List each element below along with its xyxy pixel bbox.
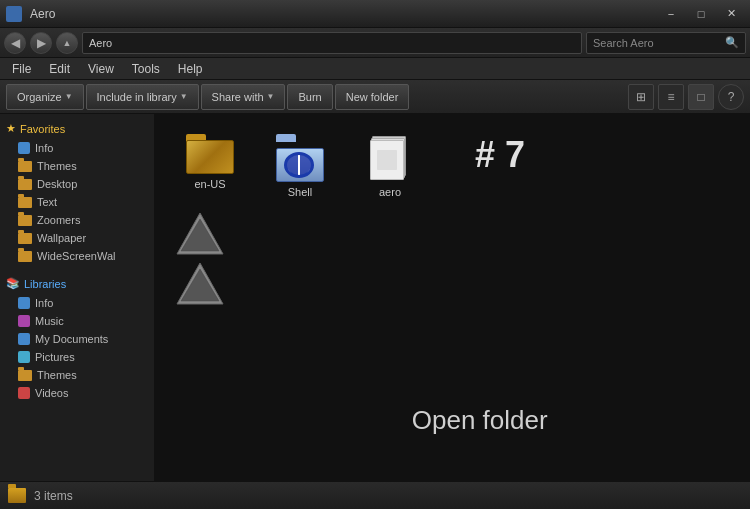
shell-folder-icon xyxy=(276,134,324,182)
main-layout: ★ Favorites Info Themes Desktop Text Zoo… xyxy=(0,114,750,481)
open-folder-area: Open folder xyxy=(412,405,548,436)
menu-edit[interactable]: Edit xyxy=(41,60,78,78)
sidebar-item-text-label: Text xyxy=(37,196,57,208)
status-item-count: 3 items xyxy=(34,489,73,503)
library-icon: 📚 xyxy=(6,277,20,290)
open-folder-label: Open folder xyxy=(412,405,548,435)
en-us-folder-icon xyxy=(186,134,234,174)
favorites-header[interactable]: ★ Favorites xyxy=(0,118,154,139)
en-us-label: en-US xyxy=(194,178,225,190)
svg-marker-1 xyxy=(181,219,219,251)
organize-dropdown-icon: ▼ xyxy=(65,92,73,101)
address-bar[interactable]: Aero xyxy=(82,32,582,54)
help-button[interactable]: ? xyxy=(718,84,744,110)
search-icon: 🔍 xyxy=(725,36,739,49)
libraries-header[interactable]: 📚 Libraries xyxy=(0,273,154,294)
menu-file[interactable]: File xyxy=(4,60,39,78)
view-large-icons-button[interactable]: ⊞ xyxy=(628,84,654,110)
search-placeholder: Search Aero xyxy=(593,37,654,49)
library-item-pictures-label: Pictures xyxy=(35,351,75,363)
svg-marker-3 xyxy=(181,269,219,301)
file-item-en-us[interactable]: en-US xyxy=(175,134,245,190)
organize-button[interactable]: Organize ▼ xyxy=(6,84,84,110)
folder-icon xyxy=(18,161,32,172)
shell-label: Shell xyxy=(288,186,312,198)
files-row: en-US Shell xyxy=(165,124,740,208)
sidebar-item-themes[interactable]: Themes xyxy=(0,157,154,175)
address-value: Aero xyxy=(89,37,112,49)
search-bar[interactable]: Search Aero 🔍 xyxy=(586,32,746,54)
share-dropdown-icon: ▼ xyxy=(267,92,275,101)
library-item-pictures[interactable]: Pictures xyxy=(0,348,154,366)
close-button[interactable]: ✕ xyxy=(718,5,744,23)
status-bar: 3 items xyxy=(0,481,750,509)
folder-icon xyxy=(18,179,32,190)
app-icon xyxy=(6,6,22,22)
view-preview-button[interactable]: □ xyxy=(688,84,714,110)
libraries-label: Libraries xyxy=(24,278,66,290)
folder-icon xyxy=(18,233,32,244)
library-item-videos[interactable]: Videos xyxy=(0,384,154,402)
include-in-library-button[interactable]: Include in library ▼ xyxy=(86,84,199,110)
content-area: en-US Shell xyxy=(155,114,750,481)
sidebar-item-desktop[interactable]: Desktop xyxy=(0,175,154,193)
window-title: Aero xyxy=(26,7,656,21)
menu-view[interactable]: View xyxy=(80,60,122,78)
pictures-icon xyxy=(18,351,30,363)
library-item-videos-label: Videos xyxy=(35,387,68,399)
forward-button[interactable]: ▶ xyxy=(30,32,52,54)
nav-bar: ◀ ▶ ▲ Aero Search Aero 🔍 xyxy=(0,28,750,58)
menu-tools[interactable]: Tools xyxy=(124,60,168,78)
toolbar: Organize ▼ Include in library ▼ Share wi… xyxy=(0,80,750,114)
library-item-documents[interactable]: My Documents xyxy=(0,330,154,348)
sidebar-item-text[interactable]: Text xyxy=(0,193,154,211)
file-item-aero[interactable]: aero xyxy=(355,134,425,198)
up-button[interactable]: ▲ xyxy=(56,32,78,54)
title-bar: Aero − □ ✕ xyxy=(0,0,750,28)
maximize-button[interactable]: □ xyxy=(688,5,714,23)
aero-folder-icon-lg xyxy=(366,134,414,182)
library-item-music[interactable]: Music xyxy=(0,312,154,330)
library-item-info[interactable]: Info xyxy=(0,294,154,312)
menu-help[interactable]: Help xyxy=(170,60,211,78)
sidebar-item-info[interactable]: Info xyxy=(0,139,154,157)
favorites-label: Favorites xyxy=(20,123,65,135)
arrow-up-1 xyxy=(175,208,225,258)
folder-icon xyxy=(18,197,32,208)
file-item-shell[interactable]: Shell xyxy=(265,134,335,198)
sidebar-item-wallpaper-label: Wallpaper xyxy=(37,232,86,244)
sidebar-item-widescreenwal[interactable]: WideScreenWal xyxy=(0,247,154,265)
info-icon xyxy=(18,297,30,309)
info-icon xyxy=(18,142,30,154)
back-button[interactable]: ◀ xyxy=(4,32,26,54)
music-icon xyxy=(18,315,30,327)
folder-icon xyxy=(18,251,32,262)
documents-icon xyxy=(18,333,30,345)
library-item-music-label: Music xyxy=(35,315,64,327)
aero-label: aero xyxy=(379,186,401,198)
library-item-themes-label: Themes xyxy=(37,369,77,381)
include-dropdown-icon: ▼ xyxy=(180,92,188,101)
videos-icon xyxy=(18,387,30,399)
sidebar-item-info-label: Info xyxy=(35,142,53,154)
status-folder-icon xyxy=(8,488,26,503)
folder-icon xyxy=(18,215,32,226)
sidebar: ★ Favorites Info Themes Desktop Text Zoo… xyxy=(0,114,155,481)
sidebar-item-zoomers[interactable]: Zoomers xyxy=(0,211,154,229)
arrows-area xyxy=(165,208,740,308)
menu-bar: File Edit View Tools Help xyxy=(0,58,750,80)
new-folder-button[interactable]: New folder xyxy=(335,84,410,110)
sidebar-item-themes-label: Themes xyxy=(37,160,77,172)
sidebar-item-zoomers-label: Zoomers xyxy=(37,214,80,226)
library-item-themes[interactable]: Themes xyxy=(0,366,154,384)
sidebar-item-wallpaper[interactable]: Wallpaper xyxy=(0,229,154,247)
sidebar-item-widescreenwal-label: WideScreenWal xyxy=(37,250,115,262)
share-with-button[interactable]: Share with ▼ xyxy=(201,84,286,110)
burn-button[interactable]: Burn xyxy=(287,84,332,110)
badge-area: # 7 xyxy=(475,134,525,176)
minimize-button[interactable]: − xyxy=(658,5,684,23)
library-item-info-label: Info xyxy=(35,297,53,309)
library-item-documents-label: My Documents xyxy=(35,333,108,345)
folder-icon xyxy=(18,370,32,381)
view-details-button[interactable]: ≡ xyxy=(658,84,684,110)
